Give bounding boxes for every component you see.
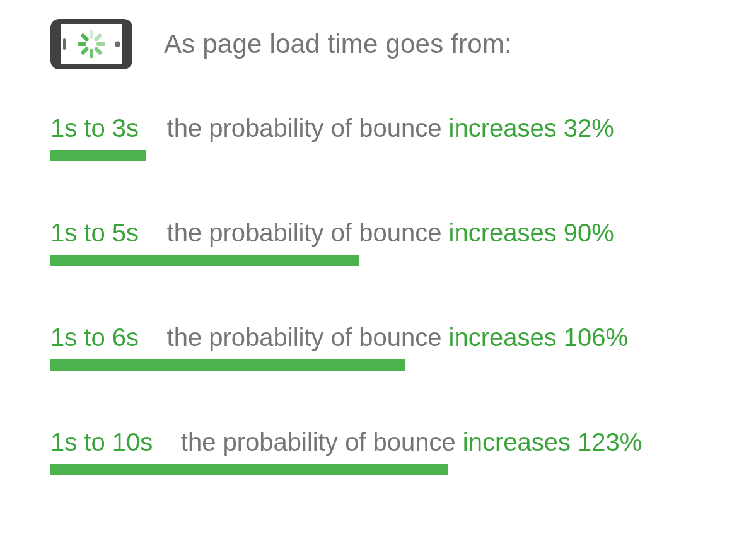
load-time-range: 1s to 6s xyxy=(50,323,139,351)
row-text: 1s to 10s the probability of bounce incr… xyxy=(50,427,718,456)
bounce-increase: increases 106% xyxy=(449,323,629,351)
chart-title: As page load time goes from: xyxy=(164,29,512,59)
bar-fill xyxy=(50,464,448,475)
chart-row: 1s to 3s the probability of bounce incre… xyxy=(50,113,718,161)
spinner-icon xyxy=(78,30,105,58)
bar-fill xyxy=(50,150,146,161)
chart-row: 1s to 10s the probability of bounce incr… xyxy=(50,427,718,475)
row-middle-text: the probability of bounce xyxy=(167,114,442,142)
chart-row: 1s to 6s the probability of bounce incre… xyxy=(50,323,718,371)
chart-header: As page load time goes from: xyxy=(50,19,718,69)
bar-track xyxy=(50,464,718,475)
bar-fill xyxy=(50,255,359,266)
row-text: 1s to 3s the probability of bounce incre… xyxy=(50,113,718,142)
bar-track xyxy=(50,255,718,266)
load-time-range: 1s to 10s xyxy=(50,428,153,456)
load-time-range: 1s to 5s xyxy=(50,219,139,247)
phone-loading-icon xyxy=(50,19,132,69)
load-time-range: 1s to 3s xyxy=(50,114,139,142)
row-middle-text: the probability of bounce xyxy=(167,323,442,351)
bounce-increase: increases 90% xyxy=(449,219,614,247)
bar-track xyxy=(50,150,718,161)
chart-container: As page load time goes from: 1s to 3s th… xyxy=(0,0,756,501)
bar-fill xyxy=(50,359,405,371)
bounce-increase: increases 32% xyxy=(449,114,614,142)
chart-row: 1s to 5s the probability of bounce incre… xyxy=(50,218,718,266)
chart-rows: 1s to 3s the probability of bounce incre… xyxy=(50,113,718,475)
bounce-increase: increases 123% xyxy=(463,428,643,456)
row-middle-text: the probability of bounce xyxy=(167,219,442,247)
row-text: 1s to 5s the probability of bounce incre… xyxy=(50,218,718,247)
row-middle-text: the probability of bounce xyxy=(181,428,456,456)
bar-track xyxy=(50,359,718,371)
row-text: 1s to 6s the probability of bounce incre… xyxy=(50,323,718,352)
